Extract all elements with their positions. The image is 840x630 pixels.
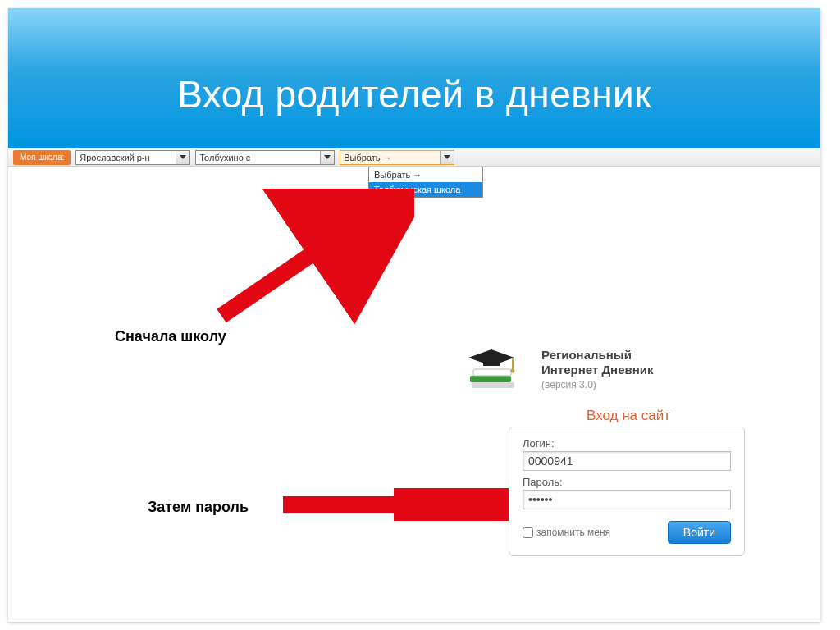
slide-title: Вход родителей в дневник — [8, 8, 820, 116]
svg-point-13 — [511, 369, 515, 373]
svg-marker-2 — [444, 155, 450, 159]
svg-rect-7 — [470, 376, 511, 382]
arrow-to-login-box — [279, 488, 517, 521]
product-brand: Региональный Интернет Дневник (версия 3.… — [459, 340, 654, 398]
product-logo-icon — [459, 340, 533, 398]
remember-me-checkbox[interactable] — [523, 527, 533, 538]
password-input[interactable] — [523, 490, 731, 509]
password-label: Пароль: — [523, 476, 731, 488]
remember-me[interactable]: запомнить меня — [523, 527, 610, 538]
login-input[interactable] — [523, 451, 731, 471]
annotation-first-school: Сначала школу — [115, 328, 226, 345]
school-select-value: Выбрать → — [340, 153, 440, 162]
slide-header: Вход родителей в дневник — [8, 8, 820, 148]
product-name-line2: Интернет Дневник — [541, 363, 654, 377]
locality-select-value: Толбухино с — [196, 153, 320, 162]
remember-me-label: запомнить меня — [536, 527, 610, 538]
svg-line-4 — [221, 201, 390, 316]
region-select-value: Ярославский р-н — [76, 153, 176, 162]
product-version: (версия 3.0) — [541, 379, 654, 390]
svg-marker-0 — [180, 155, 186, 159]
my-school-label: Моя школа: — [13, 150, 71, 165]
login-label: Логин: — [523, 437, 731, 450]
annotation-then-password: Затем пароль — [148, 499, 249, 516]
login-heading: Вход на сайт — [587, 408, 670, 424]
arrow-to-school-select — [209, 189, 414, 328]
svg-marker-1 — [324, 155, 331, 159]
school-option-placeholder[interactable]: Выбрать → — [369, 167, 482, 182]
product-name-line1: Региональный — [541, 348, 654, 363]
school-select[interactable]: Выбрать → — [340, 150, 454, 165]
product-brand-text: Региональный Интернет Дневник (версия 3.… — [541, 348, 654, 390]
region-select[interactable]: Ярославский р-н — [75, 150, 190, 165]
slide: Вход родителей в дневник Моя школа: Ярос… — [8, 8, 820, 622]
svg-rect-11 — [483, 359, 500, 366]
login-form: Логин: Пароль: запомнить меня Войти — [509, 427, 745, 556]
locality-select[interactable]: Толбухино с — [195, 150, 335, 165]
chevron-down-icon — [440, 151, 454, 164]
svg-rect-9 — [472, 382, 514, 388]
login-button[interactable]: Войти — [668, 521, 731, 544]
school-selector-bar: Моя школа: Ярославский р-н Толбухино с В… — [8, 148, 820, 167]
chevron-down-icon — [320, 151, 334, 164]
chevron-down-icon — [176, 151, 189, 164]
svg-rect-8 — [473, 369, 511, 376]
